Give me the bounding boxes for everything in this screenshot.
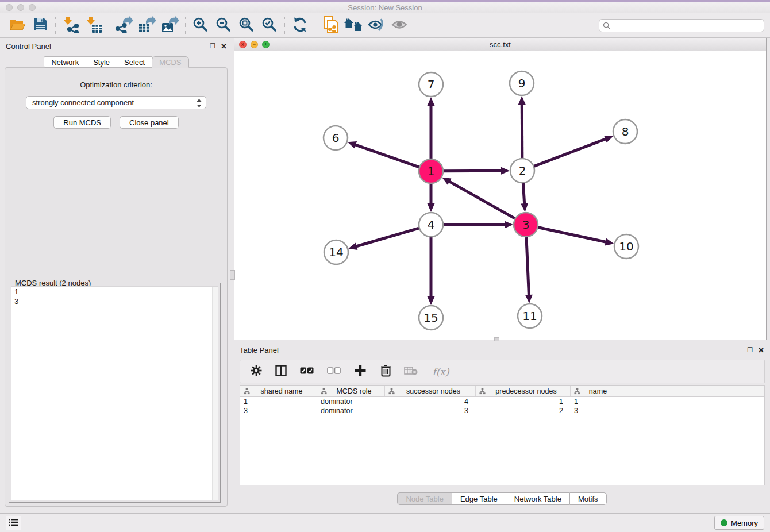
control-panel-title: Control Panel (6, 42, 51, 51)
add-column-button[interactable] (353, 361, 368, 382)
clone-network-button[interactable] (319, 15, 342, 36)
export-network-button[interactable] (113, 15, 136, 36)
table-cell[interactable]: 2 (476, 407, 571, 415)
mcds-result-lines: 13 (11, 287, 218, 306)
graph-edge[interactable] (522, 103, 522, 159)
graph-edge-arrowhead (348, 141, 357, 148)
column-header-MCDS-role[interactable]: MCDS role (317, 386, 385, 396)
graph-edge-arrowhead (348, 242, 357, 249)
close-panel-icon[interactable]: ✕ (221, 42, 227, 51)
float-panel-icon[interactable]: ❒ (210, 43, 215, 50)
table-tab-network-table[interactable]: Network Table (506, 492, 569, 505)
graph-edge-arrowhead (605, 238, 614, 246)
zoom-out-button[interactable] (212, 15, 235, 36)
window-title: Session: New Session (0, 3, 770, 12)
graph-edge-arrowhead (604, 136, 613, 142)
column-header-shared-name[interactable]: shared name (240, 386, 317, 396)
graph-edge[interactable] (523, 183, 524, 205)
network-graph-svg: 7968124314101511 (234, 51, 766, 340)
table-cell[interactable]: 3 (571, 407, 619, 415)
memory-button[interactable]: Memory (714, 516, 764, 530)
canvas-resize-handle[interactable] (494, 337, 499, 341)
graph-node-label: 14 (329, 245, 343, 259)
table-row[interactable]: 3dominator323 (240, 406, 764, 415)
memory-status-icon (721, 519, 727, 526)
graph-edge[interactable] (538, 227, 607, 242)
graph-edge[interactable] (448, 181, 515, 219)
control-tab-mcds[interactable]: MCDS (152, 56, 188, 68)
export-table-button[interactable] (136, 15, 159, 36)
apply-layout-button[interactable] (288, 15, 311, 36)
column-header-label: successor nodes (395, 387, 475, 395)
close-panel-button[interactable]: Close panel (120, 116, 179, 129)
table-panel: Table Panel ❒ ✕ (234, 342, 770, 510)
graph-node-label: 4 (428, 218, 435, 232)
graph-edge[interactable] (355, 228, 419, 247)
select-all-button[interactable] (299, 361, 315, 382)
graph-edge[interactable] (443, 171, 503, 171)
graph-node-label: 2 (519, 164, 526, 178)
control-panel: Control Panel ❒ ✕ NetworkStyleSelectMCDS… (0, 38, 233, 513)
network-canvas[interactable]: 7968124314101511 (234, 51, 766, 340)
graph-edge[interactable] (526, 237, 529, 296)
run-mcds-button[interactable]: Run MCDS (53, 116, 111, 129)
show-column-panel-button[interactable] (274, 361, 288, 382)
table-tab-node-table[interactable]: Node Table (397, 492, 452, 505)
close-table-panel-icon[interactable]: ✕ (758, 346, 764, 354)
fx-icon: f(x) (432, 366, 449, 377)
float-table-panel-icon[interactable]: ❒ (747, 346, 753, 354)
column-header-name[interactable]: name (571, 386, 619, 396)
save-session-button[interactable] (29, 15, 52, 36)
list-icon (9, 518, 18, 528)
table-tab-motifs[interactable]: Motifs (569, 492, 607, 505)
delete-column-button[interactable] (379, 361, 392, 382)
import-network-button[interactable] (59, 15, 82, 36)
import-table-button[interactable] (82, 15, 105, 36)
result-scrollbar[interactable] (212, 287, 218, 500)
table-cell[interactable]: 4 (385, 398, 476, 406)
table-tab-edge-table[interactable]: Edge Table (452, 492, 506, 505)
search-container (599, 19, 764, 32)
export-network-icon (115, 16, 133, 35)
table-row[interactable]: 1dominator411 (240, 397, 764, 406)
show-all-button[interactable] (388, 15, 411, 36)
graph-edge[interactable] (534, 138, 607, 166)
table-cell[interactable]: dominator (317, 398, 385, 406)
table-cell[interactable]: 1 (571, 398, 619, 406)
table-cell[interactable]: 1 (240, 398, 317, 406)
table-body: 1dominator4113dominator323 (240, 397, 764, 415)
zoom-selected-button[interactable] (258, 15, 281, 36)
trash-icon (380, 364, 391, 379)
control-tab-network[interactable]: Network (44, 56, 86, 68)
table-cell[interactable]: 3 (385, 407, 476, 415)
task-history-button[interactable] (6, 516, 21, 530)
table-cell[interactable]: 3 (240, 407, 317, 415)
node-table[interactable]: shared nameMCDS rolesuccessor nodesprede… (240, 385, 765, 485)
function-builder-button[interactable]: f(x) (429, 361, 452, 382)
import-network-icon (62, 16, 79, 35)
table-settings-button[interactable] (249, 361, 263, 382)
control-tab-style[interactable]: Style (86, 56, 117, 68)
table-cell[interactable]: dominator (317, 407, 385, 415)
zoom-fit-button[interactable] (235, 15, 258, 36)
table-cell[interactable]: 1 (476, 398, 571, 406)
column-header-successor-nodes[interactable]: successor nodes (385, 386, 476, 396)
delete-table-button[interactable] (403, 361, 418, 382)
optimization-criterion-select[interactable]: strongly connected component (26, 96, 206, 109)
mcds-result-list[interactable]: 13 (11, 286, 218, 500)
network-window-titlebar[interactable]: x − + scc.txt (234, 38, 766, 51)
open-file-button[interactable] (6, 15, 29, 36)
titlebar: Session: New Session (0, 2, 770, 13)
split-pane-divider-handle[interactable] (230, 270, 235, 280)
graph-edge[interactable] (354, 144, 419, 167)
homes-icon (344, 17, 363, 34)
export-image-button[interactable] (159, 15, 182, 36)
control-tab-select[interactable]: Select (117, 56, 152, 68)
reset-views-button[interactable] (342, 15, 365, 36)
zoom-in-button[interactable] (189, 15, 212, 36)
control-panel-header: Control Panel ❒ ✕ (0, 38, 233, 54)
column-header-predecessor-nodes[interactable]: predecessor nodes (476, 386, 571, 396)
search-input[interactable] (599, 19, 764, 32)
deselect-all-button[interactable] (326, 361, 342, 382)
hide-selected-button[interactable] (365, 15, 388, 36)
